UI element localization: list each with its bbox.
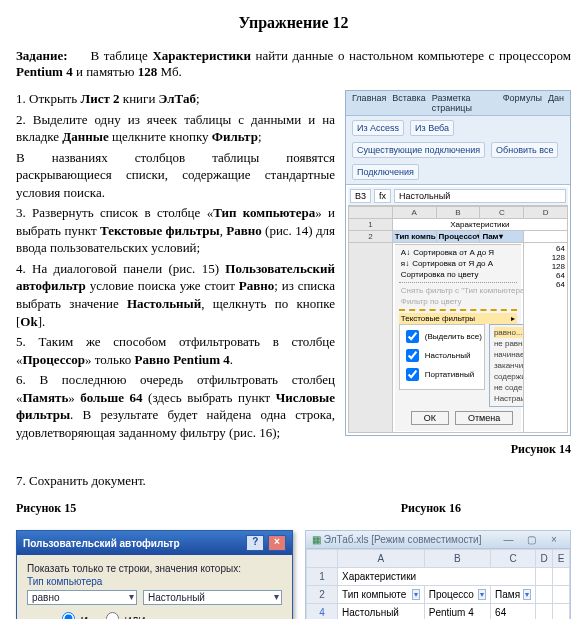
excel-icon: ▦: [312, 534, 321, 545]
fx-icon[interactable]: fx: [374, 189, 391, 203]
text-filters-submenu: равно... не равно... начинается с... зак…: [489, 324, 524, 407]
dialog-instruction: Показать только те строки, значения кото…: [27, 563, 282, 574]
formula-bar[interactable]: Настольный: [394, 189, 566, 203]
close-icon[interactable]: ×: [268, 535, 286, 551]
filter-contains[interactable]: содержит...: [494, 371, 524, 382]
ribbon-button[interactable]: Обновить все: [491, 142, 558, 158]
check-all[interactable]: [406, 330, 419, 343]
col-header-mem[interactable]: Памя▾: [491, 586, 536, 604]
filter-header[interactable]: Процессо▾: [436, 231, 480, 243]
text-filters-item[interactable]: Текстовые фильтры▸: [399, 313, 517, 324]
sort-asc-icon: A↓: [401, 248, 410, 257]
filter-not-contains[interactable]: не содержит...: [494, 382, 524, 393]
value-1-combo[interactable]: Настольный: [143, 590, 282, 605]
chevron-right-icon: ▸: [511, 314, 515, 323]
sort-by-color[interactable]: Сортировка по цвету: [399, 269, 517, 280]
ribbon-tab[interactable]: Разметка страницы: [432, 93, 497, 113]
ribbon-tabs: Главная Вставка Разметка страницы Формул…: [346, 91, 570, 116]
minimize-icon[interactable]: —: [498, 534, 518, 545]
filter-equals[interactable]: равно...: [494, 327, 524, 338]
figure-16-caption: Рисунок 16: [401, 501, 461, 516]
maximize-icon[interactable]: ▢: [521, 534, 541, 545]
page-title: Упражнение 12: [16, 14, 571, 32]
dialog-title-text: Пользовательский автофильтр: [23, 538, 180, 549]
filter-begins[interactable]: начинается с...: [494, 349, 524, 360]
check-item[interactable]: [406, 368, 419, 381]
ribbon-button[interactable]: Из Access: [352, 120, 404, 136]
help-icon[interactable]: ?: [246, 535, 264, 551]
sort-asc[interactable]: A↓Сортировка от А до Я: [399, 247, 517, 258]
check-item[interactable]: [406, 349, 419, 362]
field-name-label: Тип компьютера: [27, 576, 282, 587]
data-cell[interactable]: 64: [491, 604, 536, 620]
filter-ends[interactable]: заканчивается на...: [494, 360, 524, 371]
step-7: 7. Сохранить документ.: [16, 473, 571, 489]
clear-filter: Снять фильтр с "Тип компьютера": [399, 285, 517, 296]
col-header-cpu[interactable]: Процессо▾: [424, 586, 490, 604]
data-cell[interactable]: Настольный: [338, 604, 425, 620]
figure-15-dialog: Пользовательский автофильтр ? × Показать…: [16, 530, 293, 619]
workbook-title: ЭлТаб.xls [Режим совместимости]: [324, 534, 482, 545]
close-icon[interactable]: ×: [544, 534, 564, 545]
condition-1-combo[interactable]: равно: [27, 590, 137, 605]
task-line: Задание: В таблице Характеристики найти …: [16, 48, 571, 80]
filter-custom[interactable]: Настраиваемый фильтр...: [494, 393, 524, 404]
ribbon-button[interactable]: Из Веба: [410, 120, 454, 136]
figure-14-caption: Рисунок 14: [345, 442, 571, 457]
filter-drop-icon[interactable]: ▾: [523, 589, 531, 600]
instructions-column: 1. Открыть Лист 2 книги ЭлТаб; 2. Выдели…: [16, 90, 335, 444]
ribbon-button[interactable]: Подключения: [352, 164, 419, 180]
filter-not-equals[interactable]: не равно...: [494, 338, 524, 349]
worksheet-grid: ABCD 1Характеристики 2Тип компьюте▾Проце…: [348, 206, 568, 433]
col-header-type[interactable]: Тип компьюте▾: [338, 586, 425, 604]
filter-drop-icon[interactable]: ▾: [478, 589, 486, 600]
task-label: Задание:: [16, 48, 68, 63]
ribbon-tab[interactable]: Вставка: [392, 93, 425, 113]
figure-14-excel: Главная Вставка Разметка страницы Формул…: [345, 90, 571, 436]
name-box: B3 fx Настольный: [348, 187, 568, 206]
dialog-titlebar: Пользовательский автофильтр ? ×: [17, 531, 292, 555]
ribbon-tab[interactable]: Главная: [352, 93, 386, 113]
ribbon-tab[interactable]: Дан: [548, 93, 564, 113]
table-title: Характеристики: [338, 568, 536, 586]
autofilter-menu: A↓Сортировка от А до Я я↓Сортировка от Я…: [395, 244, 521, 431]
cancel-button[interactable]: Отмена: [455, 411, 513, 425]
ribbon-tab[interactable]: Формулы: [503, 93, 542, 113]
ribbon-panel: Из Access Из Веба Существующие подключен…: [346, 116, 570, 185]
filter-by-color: Фильтр по цвету: [399, 296, 517, 307]
filter-drop-icon[interactable]: ▾: [412, 589, 420, 600]
cell-reference[interactable]: B3: [350, 189, 371, 203]
figure-16-excel: ▦ ЭлТаб.xls [Режим совместимости] — ▢ × …: [305, 530, 571, 619]
filter-checklist[interactable]: (Выделить все) Настольный Портативный: [399, 324, 485, 390]
sort-desc[interactable]: я↓Сортировка от Я до А: [399, 258, 517, 269]
ribbon-button[interactable]: Существующие подключения: [352, 142, 485, 158]
filter-header[interactable]: Тип компьюте▾: [392, 231, 436, 243]
data-cell[interactable]: Pentium 4: [424, 604, 490, 620]
figure-15-caption: Рисунок 15: [16, 501, 76, 516]
filter-header[interactable]: Пам▾: [480, 231, 524, 243]
sort-desc-icon: я↓: [401, 259, 409, 268]
worksheet-grid: A B C D E 1 Характеристики 2 Тип компьют…: [306, 549, 570, 619]
ok-button[interactable]: ОК: [411, 411, 449, 425]
